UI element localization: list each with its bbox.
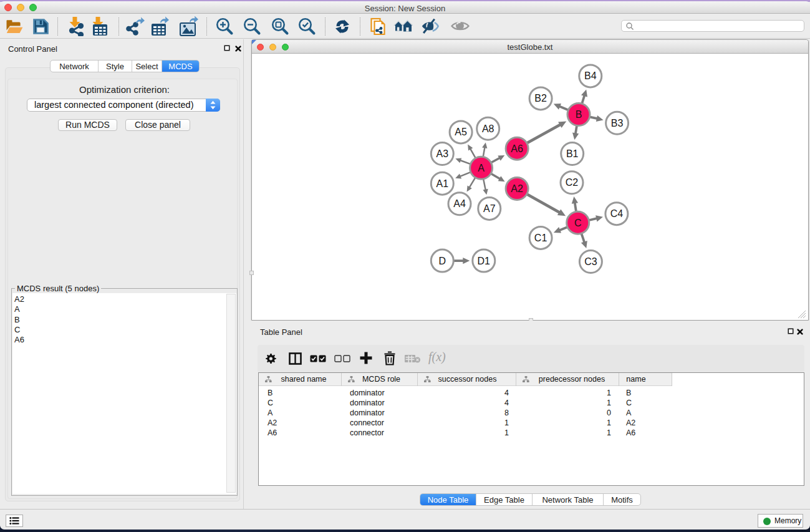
svg-text:C2: C2: [566, 177, 579, 188]
svg-text:D: D: [439, 256, 446, 266]
svg-text:A3: A3: [436, 148, 449, 159]
svg-text:C3: C3: [584, 256, 597, 267]
svg-text:A6: A6: [511, 143, 523, 154]
svg-text:B3: B3: [611, 118, 624, 128]
svg-text:B1: B1: [566, 148, 579, 159]
svg-text:C: C: [574, 218, 582, 228]
svg-text:A5: A5: [455, 127, 467, 137]
svg-text:C4: C4: [610, 208, 624, 219]
svg-text:A4: A4: [453, 198, 466, 209]
svg-text:A7: A7: [483, 203, 496, 214]
svg-text:A: A: [478, 163, 485, 173]
svg-text:D1: D1: [478, 256, 491, 266]
svg-text:B: B: [576, 109, 582, 120]
svg-text:B2: B2: [534, 93, 547, 104]
svg-text:A2: A2: [511, 183, 523, 194]
svg-text:B4: B4: [584, 70, 597, 81]
svg-text:A8: A8: [482, 123, 494, 134]
svg-text:A1: A1: [436, 178, 449, 189]
svg-text:C1: C1: [534, 233, 547, 243]
